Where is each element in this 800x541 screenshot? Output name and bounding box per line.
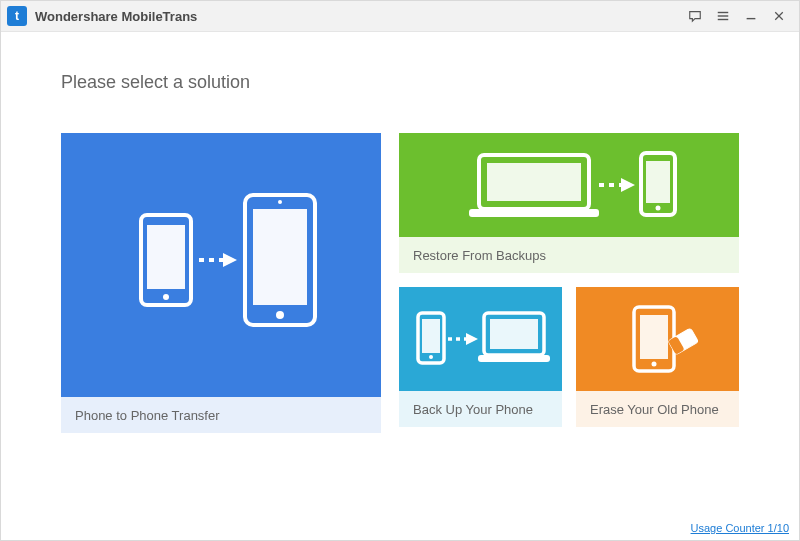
solution-tiles: Phone to Phone Transfer (61, 133, 739, 433)
svg-point-23 (656, 206, 661, 211)
menu-button[interactable] (709, 1, 737, 31)
app-window: t Wondershare MobileTrans (0, 0, 800, 541)
phone-to-phone-icon (61, 133, 381, 397)
svg-rect-33 (640, 315, 668, 359)
tile-back-up-your-phone[interactable]: Back Up Your Phone (399, 287, 562, 427)
svg-marker-28 (466, 333, 478, 345)
close-button[interactable] (765, 1, 793, 31)
tile-label: Phone to Phone Transfer (61, 397, 381, 433)
svg-point-15 (278, 200, 282, 204)
tile-phone-to-phone-transfer[interactable]: Phone to Phone Transfer (61, 133, 381, 433)
svg-rect-13 (253, 209, 307, 305)
content-area: Please select a solution (1, 32, 799, 433)
svg-rect-17 (487, 163, 581, 201)
svg-rect-30 (490, 319, 538, 349)
phone-erase-icon (576, 287, 739, 391)
svg-point-14 (276, 311, 284, 319)
tile-label: Back Up Your Phone (399, 391, 562, 427)
minimize-button[interactable] (737, 1, 765, 31)
laptop-to-phone-icon (399, 133, 739, 237)
svg-rect-22 (646, 161, 670, 203)
tile-restore-from-backups[interactable]: Restore From Backups (399, 133, 739, 273)
svg-point-26 (429, 355, 433, 359)
svg-text:t: t (15, 9, 19, 23)
app-logo-icon: t (7, 6, 27, 26)
svg-rect-31 (478, 355, 550, 362)
svg-rect-8 (147, 225, 185, 289)
svg-marker-20 (621, 178, 635, 192)
phone-to-laptop-icon (399, 287, 562, 391)
svg-marker-11 (223, 253, 237, 267)
tile-label: Restore From Backups (399, 237, 739, 273)
titlebar: t Wondershare MobileTrans (1, 1, 799, 32)
usage-counter-link[interactable]: Usage Counter 1/10 (691, 522, 789, 534)
svg-rect-18 (469, 209, 599, 217)
svg-point-9 (163, 294, 169, 300)
page-heading: Please select a solution (61, 72, 739, 93)
feedback-button[interactable] (681, 1, 709, 31)
svg-rect-25 (422, 319, 440, 353)
app-title: Wondershare MobileTrans (35, 9, 197, 24)
tile-erase-your-old-phone[interactable]: Erase Your Old Phone (576, 287, 739, 427)
svg-point-34 (651, 362, 656, 367)
tile-label: Erase Your Old Phone (576, 391, 739, 427)
